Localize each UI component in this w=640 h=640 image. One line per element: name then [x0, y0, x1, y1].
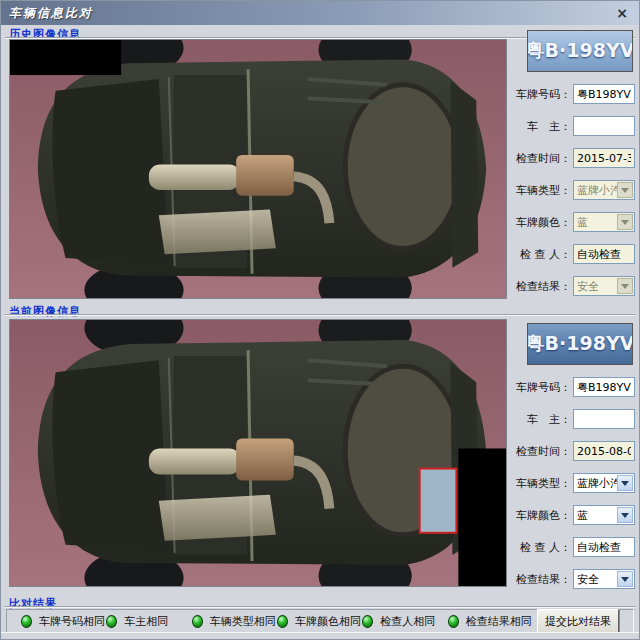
field-label: 车辆类型： [511, 476, 573, 491]
historical-scan-image [9, 39, 507, 299]
hist-vehicle-type-select[interactable]: 蓝牌小汽车 [573, 180, 635, 200]
section-divider [5, 606, 635, 608]
form-row: 检查结果： 安全 [511, 569, 635, 589]
green-status-icon [106, 615, 117, 628]
form-row: 检 查 人： [511, 537, 635, 557]
field-label: 车牌颜色： [511, 215, 573, 230]
current-form-panel: 粤B·198YV 车牌号码： 车 主： 检查时间： 车辆类型： 蓝牌小汽车 车牌… [511, 323, 637, 589]
comparison-item: 车辆类型相同 [192, 614, 277, 629]
field-label: 检 查 人： [511, 540, 573, 555]
current-section-label: 当前图像信息 [9, 304, 81, 319]
comparison-item-label: 车辆类型相同 [210, 614, 276, 629]
hist-plate-color-select[interactable]: 蓝 [573, 212, 635, 232]
curr-plate-image: 粤B·198YV [527, 323, 633, 365]
form-row: 车牌号码： [511, 377, 635, 397]
form-row: 车牌颜色： 蓝 [511, 212, 635, 232]
selected-value: 蓝 [574, 215, 617, 230]
comparison-item-label: 车主相同 [124, 614, 168, 629]
green-status-icon [192, 615, 203, 628]
curr-vehicle-type-select[interactable]: 蓝牌小汽车 [573, 473, 635, 493]
green-status-icon [448, 615, 459, 628]
historical-form-panel: 粤B·198YV 车牌号码： 车 主： 检查时间： 车辆类型： 蓝牌小汽车 车牌… [511, 30, 637, 296]
title-bar: 车辆信息比对 × [1, 1, 639, 25]
section-divider [5, 314, 635, 316]
chevron-down-icon [617, 278, 633, 294]
comparison-result-bar: 车牌号码相同 车主相同 车辆类型相同 车牌颜色相同 检查人相同 检查结果相同 提… [6, 609, 634, 633]
comparison-item-label: 车牌号码相同 [39, 614, 105, 629]
field-label: 检 查 人： [511, 247, 573, 262]
selected-value: 蓝牌小汽车 [574, 183, 617, 198]
curr-check-time-input[interactable] [573, 441, 635, 461]
curr-owner-input[interactable] [573, 409, 635, 429]
form-row: 检 查 人： [511, 244, 635, 264]
chevron-down-icon [617, 214, 633, 230]
green-status-icon [362, 615, 373, 628]
selected-value: 蓝 [574, 508, 617, 523]
green-status-icon [21, 615, 32, 628]
close-icon[interactable]: × [613, 6, 631, 20]
form-row: 车牌颜色： 蓝 [511, 505, 635, 525]
form-row: 车 主： [511, 409, 635, 429]
form-row: 检查时间： [511, 441, 635, 461]
field-label: 检查时间： [511, 151, 573, 166]
hist-check-time-input[interactable] [573, 148, 635, 168]
comparison-item-label: 检查结果相同 [466, 614, 532, 629]
selected-value: 安全 [574, 279, 617, 294]
field-label: 车牌号码： [511, 380, 573, 395]
hist-check-result-select[interactable]: 安全 [573, 276, 635, 296]
chevron-down-icon [617, 571, 633, 587]
selected-value: 安全 [574, 572, 617, 587]
form-row: 检查时间： [511, 148, 635, 168]
comparison-item-label: 车牌颜色相同 [295, 614, 361, 629]
curr-plate-number-input[interactable] [573, 377, 635, 397]
submit-comparison-button[interactable]: 提交比对结果 [537, 609, 619, 633]
field-label: 车辆类型： [511, 183, 573, 198]
field-label: 车 主： [511, 412, 573, 427]
comparison-item-label: 检查人相同 [380, 614, 435, 629]
green-status-icon [277, 615, 288, 628]
app-window: 车辆信息比对 × 历史图像信息 粤B·198YV 车牌号码： 车 主： 检查时间… [0, 0, 640, 640]
selected-value: 蓝牌小汽车 [574, 476, 617, 491]
field-label: 检查结果： [511, 279, 573, 294]
field-label: 检查结果： [511, 572, 573, 587]
comparison-item: 检查结果相同 [448, 614, 533, 629]
chevron-down-icon [617, 507, 633, 523]
field-label: 车牌号码： [511, 87, 573, 102]
form-row: 车牌号码： [511, 84, 635, 104]
hist-plate-number-input[interactable] [573, 84, 635, 104]
status-bar [1, 632, 639, 639]
hist-owner-input[interactable] [573, 116, 635, 136]
comparison-item: 车牌颜色相同 [277, 614, 362, 629]
plate-detection-box [420, 469, 457, 533]
comparison-item: 车主相同 [106, 614, 191, 629]
chevron-down-icon [617, 475, 633, 491]
form-row: 车辆类型： 蓝牌小汽车 [511, 180, 635, 200]
hist-plate-image: 粤B·198YV [527, 30, 633, 72]
curr-check-result-select[interactable]: 安全 [573, 569, 635, 589]
form-row: 车辆类型： 蓝牌小汽车 [511, 473, 635, 493]
comparison-item: 车牌号码相同 [21, 614, 106, 629]
chevron-down-icon [617, 182, 633, 198]
field-label: 车 主： [511, 119, 573, 134]
curr-plate-color-select[interactable]: 蓝 [573, 505, 635, 525]
field-label: 检查时间： [511, 444, 573, 459]
hist-inspector-input[interactable] [573, 244, 635, 264]
form-row: 检查结果： 安全 [511, 276, 635, 296]
field-label: 车牌颜色： [511, 508, 573, 523]
comparison-item: 检查人相同 [362, 614, 447, 629]
form-row: 车 主： [511, 116, 635, 136]
window-title: 车辆信息比对 [9, 5, 93, 22]
curr-inspector-input[interactable] [573, 537, 635, 557]
current-scan-image [9, 319, 507, 587]
